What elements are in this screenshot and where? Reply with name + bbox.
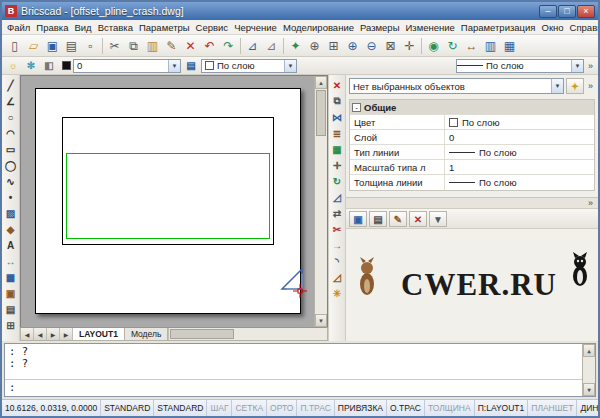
status-layout[interactable]: П:LAYOUT1 (475, 400, 529, 416)
print-icon[interactable]: ▤ (62, 36, 81, 55)
command-input[interactable]: : (5, 380, 595, 394)
color-combo[interactable]: По слою ▼ (201, 59, 297, 73)
orbit-icon[interactable]: ↻ (443, 36, 462, 55)
scroll-down-icon[interactable]: ▼ (315, 314, 327, 327)
vertical-scroll-thumb[interactable] (316, 90, 326, 136)
settings-tool-icon[interactable]: ⊞ (3, 317, 19, 333)
toolbar-overflow-chevron[interactable]: » (586, 61, 595, 71)
ucs-icon[interactable]: ⊿ (243, 36, 262, 55)
status-dyninput[interactable]: ДИН.ВВОД (577, 400, 598, 416)
spline-tool-icon[interactable]: ∿ (3, 173, 19, 189)
save-icon[interactable]: ▣ (43, 36, 62, 55)
arc-tool-icon[interactable]: ◠ (3, 125, 19, 141)
tab-scroll-first-button[interactable]: ◀ (21, 328, 34, 340)
undo-icon[interactable]: ↶ (200, 36, 219, 55)
status-ortho[interactable]: ОРТО (267, 400, 297, 416)
panel-overflow-chevron[interactable]: » (586, 81, 595, 91)
quick-select-icon[interactable]: ✦ (566, 78, 584, 94)
hatch-tool-icon[interactable]: ▨ (3, 205, 19, 221)
tab-scroll-last-button[interactable]: ▶ (60, 328, 73, 340)
menu-modify[interactable]: Изменение (402, 22, 457, 33)
drawing-canvas[interactable]: ▲ ▼ (20, 75, 328, 327)
text-tool-icon[interactable]: A (3, 237, 19, 253)
rotate-icon[interactable]: ↻ (329, 173, 345, 189)
match-properties-icon[interactable]: ✎ (162, 36, 181, 55)
coordinates-readout[interactable]: 10.6126, 0.0319, 0.0000 (2, 400, 101, 416)
layer-freeze-icon[interactable]: ✻ (23, 58, 39, 73)
mirror-icon[interactable]: ⋈ (329, 109, 345, 125)
scroll-down-icon[interactable]: ▼ (583, 383, 595, 396)
copy-icon[interactable]: ⧉ (124, 36, 143, 55)
status-tablet[interactable]: ПЛАНШЕТ (528, 400, 577, 416)
menu-parametrize[interactable]: Параметризация (458, 22, 539, 33)
block-tool-icon[interactable]: ▦ (3, 269, 19, 285)
horizontal-scrollbar[interactable] (168, 328, 327, 340)
status-dimstyle[interactable]: STANDARD (154, 400, 207, 416)
close-button[interactable]: × (577, 5, 595, 18)
horizontal-scroll-thumb[interactable] (170, 329, 234, 339)
cut-icon[interactable]: ✂ (105, 36, 124, 55)
point-tool-icon[interactable]: • (3, 189, 19, 205)
property-row-linetype-scale[interactable]: Масштаб типа л 1 (350, 160, 594, 175)
print-preview-icon[interactable]: ▫ (81, 36, 100, 55)
chevron-down-icon[interactable]: ▼ (551, 79, 563, 93)
open-file-icon[interactable]: ▱ (24, 36, 43, 55)
stretch-icon[interactable]: ⇄ (329, 205, 345, 221)
chamfer-icon[interactable]: ◿ (329, 269, 345, 285)
status-polar[interactable]: П.ТРАС (297, 400, 334, 416)
tab-scroll-next-button[interactable]: ▶ (47, 328, 60, 340)
selection-combo[interactable]: Нет выбранных объектов ▼ (349, 78, 564, 94)
linetype-combo[interactable]: По слою ▼ (456, 59, 584, 73)
panel-overflow-chevron[interactable]: » (586, 198, 595, 208)
zoom-out-icon[interactable]: ⊖ (362, 36, 381, 55)
offset-polyline-rectangle[interactable] (66, 153, 270, 239)
zoom-realtime-icon[interactable]: ⊕ (305, 36, 324, 55)
chevron-down-icon[interactable]: ▼ (571, 60, 583, 72)
ucs-world-icon[interactable]: ⊿ (262, 36, 281, 55)
array-icon[interactable]: ▦ (329, 141, 345, 157)
menu-view[interactable]: Вид (71, 22, 94, 33)
status-grid[interactable]: СЕТКА (232, 400, 267, 416)
status-etrack[interactable]: О.ТРАС (387, 400, 425, 416)
layer-combo[interactable]: 0 ▼ (73, 59, 181, 73)
panel-button-options[interactable]: ▼ (429, 211, 447, 227)
redo-icon[interactable]: ↷ (219, 36, 238, 55)
property-row-layer[interactable]: Слой 0 (350, 130, 594, 145)
scale-icon[interactable]: ◿ (329, 189, 345, 205)
status-textstyle[interactable]: STANDARD (101, 400, 154, 416)
region-tool-icon[interactable]: ◆ (3, 221, 19, 237)
chevron-down-icon[interactable]: ▼ (168, 60, 180, 72)
distance-icon[interactable]: ↔ (462, 36, 481, 55)
erase-icon[interactable]: ✕ (181, 36, 200, 55)
menu-file[interactable]: Файл (4, 22, 33, 33)
panel-button-delete[interactable]: ✕ (409, 211, 427, 227)
status-lineweight[interactable]: ТОЛЩИНА (425, 400, 475, 416)
layer-lock-icon[interactable]: ◧ (41, 58, 57, 73)
properties-panel-icon[interactable]: ▥ (481, 36, 500, 55)
scroll-up-icon[interactable]: ▲ (583, 344, 595, 357)
menu-insert[interactable]: Вставка (95, 22, 136, 33)
paste-icon[interactable]: ▥ (143, 36, 162, 55)
named-views-icon[interactable]: ◉ (424, 36, 443, 55)
title-bar[interactable]: B Bricscad - [offset_pline_crash.dwg] – … (2, 2, 598, 20)
ellipse-tool-icon[interactable]: ◯ (3, 157, 19, 173)
panel-button-open[interactable]: ▤ (369, 211, 387, 227)
property-row-color[interactable]: Цвет По слою (350, 115, 594, 130)
trim-icon[interactable]: ✂ (329, 221, 345, 237)
menu-help[interactable]: Справка (567, 22, 600, 33)
property-row-linetype[interactable]: Тип линии По слою (350, 145, 594, 160)
redraw-icon[interactable]: ✦ (286, 36, 305, 55)
properties-section-general[interactable]: - Общие (350, 100, 594, 115)
new-file-icon[interactable]: ▯ (5, 36, 24, 55)
status-esnap[interactable]: ПРИВЯЗКА (335, 400, 387, 416)
command-scrollbar[interactable]: ▲ ▼ (582, 344, 595, 396)
menu-tools[interactable]: Сервис (193, 22, 232, 33)
copy-modify-icon[interactable]: ⧉ (329, 93, 345, 109)
pan-icon[interactable]: ✛ (400, 36, 419, 55)
layer-bulb-icon[interactable]: ☼ (5, 58, 21, 73)
menu-dimensions[interactable]: Размеры (357, 22, 402, 33)
layer-explorer-icon[interactable]: ▤ (183, 58, 199, 73)
explode-icon[interactable]: ✳ (329, 285, 345, 301)
zoom-window-icon[interactable]: ⊞ (324, 36, 343, 55)
toolbars-icon[interactable]: ▦ (500, 36, 519, 55)
